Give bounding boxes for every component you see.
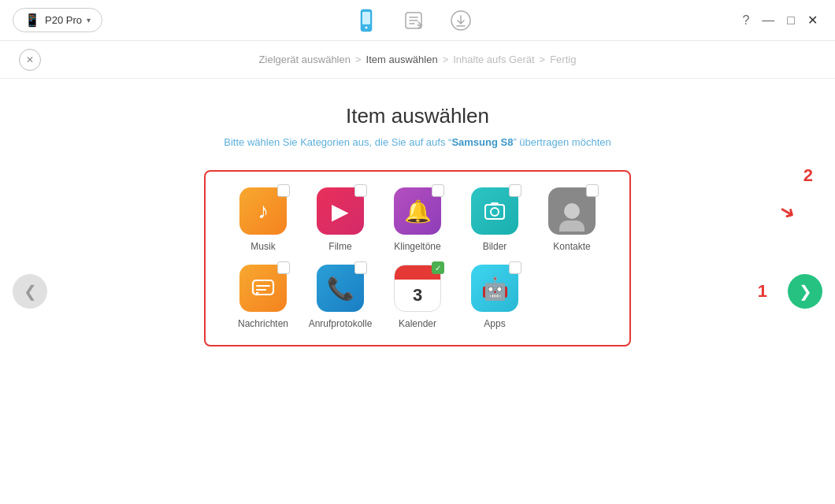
breadcrumb-step-3: Inhalte aufs Gerät (453, 54, 534, 65)
maximize-button[interactable]: □ (782, 12, 800, 29)
breadcrumb: Zielgerät auswählen > Item auswählen > I… (259, 54, 577, 65)
item-bilder[interactable]: Bilder (459, 187, 530, 252)
item-kontakte[interactable]: Kontakte (536, 187, 607, 252)
item-apps[interactable]: 🤖 Apps (459, 265, 530, 329)
item-filme[interactable]: ▶ Filme (305, 187, 376, 252)
forward-arrow-icon: ❯ (799, 282, 812, 301)
breadcrumb-sep-3: > (540, 54, 546, 65)
backup-icon (399, 6, 428, 35)
bilder-icon-wrapper (471, 187, 518, 235)
klingeltoene-icon-wrapper: 🔔 (394, 187, 441, 235)
phone-nav-icon[interactable] (352, 6, 380, 35)
chevron-down-icon: ▾ (87, 16, 91, 24)
nachrichten-label: Nachrichten (238, 318, 288, 329)
svg-rect-1 (362, 12, 370, 24)
filme-icon-wrapper: ▶ (317, 187, 364, 235)
svg-rect-9 (253, 280, 273, 295)
device-name: P20 Pro (45, 14, 82, 26)
klingeltoene-checkbox[interactable] (432, 184, 444, 197)
target-device-name: Samsung S8 (451, 136, 513, 148)
forward-button[interactable]: ❯ (788, 274, 822, 309)
apps-label: Apps (484, 318, 505, 329)
item-nachrichten[interactable]: Nachrichten (228, 265, 299, 329)
musik-icon-wrapper: ♪ (239, 187, 287, 235)
device-selector[interactable]: 📱 P20 Pro ▾ (13, 8, 102, 32)
svg-rect-8 (491, 202, 499, 206)
annotation-number-2: 2 (803, 165, 813, 186)
klingeltoene-label: Klingeltöne (394, 241, 440, 252)
arrow-annotation: ➜ (775, 198, 800, 225)
bilder-checkbox[interactable] (509, 184, 521, 197)
main-content: Item auswählen Bitte wählen Sie Kategori… (0, 79, 835, 504)
filme-label: Filme (328, 241, 351, 252)
selection-box: ♪ Musik ▶ Filme 🔔 Klingeltöne (204, 170, 631, 346)
message-svg (250, 275, 276, 302)
help-button[interactable]: ? (737, 12, 754, 29)
backup-nav-icon[interactable] (399, 6, 428, 35)
item-musik[interactable]: ♪ Musik (228, 187, 299, 252)
subtitle: Bitte wählen Sie Kategorien aus, die Sie… (224, 136, 610, 148)
window-controls: ? — □ ✕ (737, 11, 822, 29)
anrufprotokolle-icon-wrapper: 📞 (317, 265, 364, 312)
apps-icon-wrapper: 🤖 (471, 265, 518, 312)
anrufprotokolle-label: Anrufprotokolle (309, 318, 373, 329)
top-nav-icons (352, 6, 475, 35)
breadcrumb-step-1: Zielgerät auswählen (259, 54, 351, 65)
breadcrumb-sep-2: > (443, 54, 449, 65)
breadcrumb-sep-1: > (355, 54, 362, 65)
download-icon (447, 6, 475, 35)
kalender-icon-wrapper: 3 ✓ (394, 265, 441, 312)
nachrichten-icon-wrapper (239, 265, 287, 312)
item-kalender[interactable]: 3 ✓ Kalender (382, 265, 453, 329)
kontakte-label: Kontakte (553, 241, 590, 252)
back-button[interactable]: ❮ (13, 274, 47, 309)
svg-point-2 (366, 26, 368, 28)
kalender-body: 3 (395, 280, 440, 311)
minimize-button[interactable]: — (757, 12, 779, 29)
musik-label: Musik (250, 241, 275, 252)
nachrichten-checkbox[interactable] (277, 261, 290, 274)
back-arrow-icon: ❮ (24, 282, 37, 301)
item-anrufprotokolle[interactable]: 📞 Anrufprotokolle (305, 265, 376, 329)
svg-rect-6 (485, 205, 504, 219)
breadcrumb-bar: ✕ Zielgerät auswählen > Item auswählen >… (0, 41, 835, 79)
close-circle-button[interactable]: ✕ (19, 49, 41, 71)
kontakte-checkbox[interactable] (586, 184, 599, 197)
anrufprotokolle-checkbox[interactable] (354, 261, 367, 274)
annotation-number-1: 1 (758, 281, 767, 302)
kalender-label: Kalender (399, 318, 436, 329)
apps-checkbox[interactable] (509, 261, 521, 274)
kontakte-head (564, 203, 580, 219)
camera-svg (482, 198, 507, 224)
filme-checkbox[interactable] (354, 184, 367, 197)
breadcrumb-step-2: Item auswählen (366, 54, 438, 65)
title-bar: 📱 P20 Pro ▾ ? (0, 0, 835, 41)
breadcrumb-step-4: Fertig (550, 54, 576, 65)
item-klingeltoene[interactable]: 🔔 Klingeltöne (382, 187, 453, 252)
close-window-button[interactable]: ✕ (803, 11, 822, 29)
device-icon: 📱 (24, 13, 40, 28)
svg-point-7 (491, 208, 499, 216)
kontakte-body (559, 220, 584, 232)
phone-icon (352, 6, 380, 35)
musik-checkbox[interactable] (277, 184, 290, 197)
kalender-checkbox[interactable]: ✓ (432, 261, 444, 274)
page-title: Item auswählen (346, 104, 489, 128)
kontakte-icon-wrapper (548, 187, 596, 235)
bilder-label: Bilder (483, 241, 507, 252)
download-nav-icon[interactable] (447, 6, 475, 35)
